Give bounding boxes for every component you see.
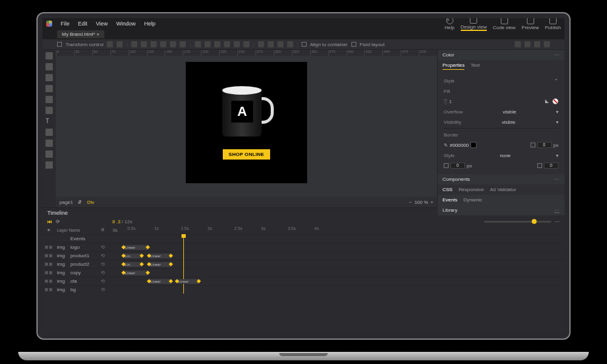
layer-row[interactable]: imgproduct2⟲Lin..Linear [42,260,565,268]
collapse-icon[interactable]: ⌃ [554,78,558,84]
dist-icon[interactable] [224,41,230,47]
dist-icon[interactable] [234,41,240,47]
dist-icon[interactable] [214,41,220,47]
no-fill-icon[interactable] [552,98,558,104]
chevron-down-icon[interactable]: ▾ [556,153,558,158]
align-container-checkbox[interactable] [302,42,307,47]
layer-row[interactable]: imgbg⟲ [42,285,565,294]
transform-checkbox[interactable] [57,42,62,47]
zoom-tool-icon[interactable] [46,161,53,169]
shop-online-button[interactable]: SHOP ONLINE [223,149,270,160]
tab-css[interactable]: CSS [443,187,452,192]
radius-icon[interactable] [444,163,449,168]
panel-menu-icon[interactable]: ⋯ [554,177,560,182]
line-tool-icon[interactable] [46,107,53,114]
arrange-icon[interactable] [268,41,274,47]
file-tab[interactable]: My Brand.html* × [57,30,104,38]
fluid-checkbox[interactable] [351,42,356,47]
selection-tool-icon[interactable] [46,52,53,59]
fill-opacity-value[interactable]: 1 [449,99,452,104]
dist-icon[interactable] [195,41,201,47]
tab-events[interactable]: Events [443,197,457,203]
keyframe-segment[interactable]: Linear [177,279,199,284]
layer-row[interactable]: imgproduct1⟲Lin..Linear [42,251,565,260]
text-tool-icon[interactable]: T [46,118,53,125]
loop-icon[interactable]: ⟳ [56,219,60,224]
radius-icon[interactable] [537,163,542,168]
tab-text[interactable]: Text [470,62,480,70]
arrange-icon[interactable] [258,41,264,47]
tool-icon[interactable] [117,41,123,47]
menu-view[interactable]: View [96,21,107,27]
border-swatch[interactable] [470,142,476,148]
hand-tool-icon[interactable] [46,150,53,158]
align-icon[interactable] [160,41,166,47]
border-style-select[interactable]: none [500,153,511,158]
align-icon[interactable] [141,41,147,47]
page-selector[interactable]: page1 ⇵ [59,200,82,205]
tab-properties[interactable]: Properties [443,62,464,70]
style-heading[interactable]: Style [444,78,455,84]
pencil-icon[interactable]: ✎ [444,143,448,148]
align-icon[interactable] [131,41,137,47]
panel-icon[interactable] [544,41,550,47]
radius-input[interactable]: 0 [450,163,465,169]
artboard[interactable]: A SHOP ONLINE [186,62,307,183]
tab-dynamic[interactable]: Dynamic [463,197,482,203]
overflow-select[interactable]: visible [503,109,516,115]
help-button[interactable]: ?Help [444,18,454,30]
border-color-value[interactable]: #000000 [450,143,469,148]
pen-tool-icon[interactable] [46,74,53,81]
menu-edit[interactable]: Edit [78,21,88,27]
publish-button[interactable]: Publish [545,18,561,30]
keyframe-segment[interactable]: Linear [149,262,171,267]
border-sides-icon[interactable] [531,143,535,147]
visibility-select[interactable]: visible [502,120,515,125]
panel-icon[interactable] [524,41,531,47]
panel-menu-icon[interactable]: ⋯ [554,52,560,58]
dist-icon[interactable] [243,41,249,47]
arrange-icon[interactable] [277,41,283,47]
tab-ad-validator[interactable]: Ad Validator [490,187,516,192]
layer-row[interactable]: imglogo⟲Linear [42,243,565,251]
zoom-in-button[interactable]: + [430,200,433,205]
preview-button[interactable]: Preview [521,18,538,30]
align-icon[interactable] [151,41,157,47]
arrange-icon[interactable] [287,41,293,47]
breadcrumb[interactable]: Div [87,200,95,205]
zoom-level[interactable]: 100 % [415,200,429,205]
events-row[interactable]: Events [70,236,101,241]
tab-responsive[interactable]: Responsive [458,187,484,192]
transform-tool-icon[interactable] [46,63,53,70]
menu-window[interactable]: Window [116,21,135,27]
keyframe-segment[interactable]: Linear [124,245,148,250]
align-icon[interactable] [170,41,176,47]
panel-icon[interactable] [534,41,540,47]
menu-file[interactable]: File [61,21,70,27]
product-image[interactable]: A [219,86,274,141]
layer-row[interactable]: imgcta⟲LinearLinear [42,277,565,285]
code-view-button[interactable]: Code view [493,18,515,30]
layer-row[interactable]: imgcopy⟲Linear [42,268,565,277]
radius-input-2[interactable]: 0 [544,163,558,169]
3d-tool-icon[interactable] [46,140,53,147]
dist-icon[interactable] [205,41,211,47]
design-view-button[interactable]: Design view [461,18,487,31]
gear-icon[interactable]: ⚙ [101,228,113,232]
panel-icon[interactable] [515,41,521,47]
panel-menu-icon[interactable]: ⋯ [554,210,560,216]
menu-help[interactable]: Help [144,21,155,27]
keyframe-segment[interactable]: Linear [124,271,148,275]
chevron-down-icon[interactable]: ▾ [556,120,558,125]
chevron-down-icon[interactable]: ▾ [556,109,558,115]
keyframe-segment[interactable]: Linear [149,254,171,258]
timeline-options-icon[interactable]: ⋯ [555,219,560,224]
fill-tool-icon[interactable] [46,129,53,136]
back-to-start-icon[interactable]: ⏮ [47,219,52,224]
tag-tool-icon[interactable] [46,85,53,92]
zoom-slider[interactable] [484,221,551,223]
border-width-input[interactable]: 0 [537,142,552,148]
fill-bucket-icon[interactable]: ◣ [545,98,549,104]
align-icon[interactable] [180,41,186,47]
zoom-out-button[interactable]: − [409,200,412,205]
